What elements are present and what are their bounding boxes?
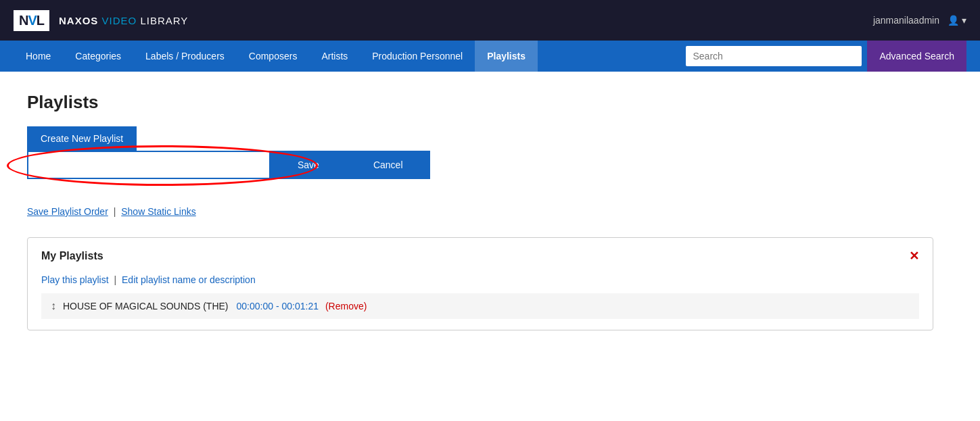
close-my-playlists-icon[interactable]: ✕ [909, 249, 919, 264]
user-avatar-icon: 👤 [948, 15, 959, 26]
header-left: NVL NAXOS VIDEO LIBRARY [14, 10, 188, 31]
link-separator: | [114, 206, 116, 217]
username: janmanilaadmin [873, 15, 939, 26]
advanced-search-button[interactable]: Advanced Search [867, 41, 966, 72]
edit-playlist-link[interactable]: Edit playlist name or description [122, 274, 256, 285]
user-menu[interactable]: 👤 ▾ [948, 15, 966, 26]
nav-playlists[interactable]: Playlists [475, 41, 538, 72]
logo-highlight: V [28, 13, 36, 28]
cancel-playlist-button[interactable]: Cancel [346, 151, 430, 179]
nav-production-personnel[interactable]: Production Personnel [360, 41, 475, 72]
show-static-links-link[interactable]: Show Static Links [121, 206, 196, 217]
action-separator: | [114, 274, 116, 285]
save-playlist-order-link[interactable]: Save Playlist Order [27, 206, 108, 217]
save-playlist-button[interactable]: Save [271, 151, 346, 179]
remove-track-link[interactable]: (Remove) [325, 301, 367, 312]
playlist-name-input[interactable] [27, 151, 271, 179]
search-input[interactable] [686, 46, 862, 66]
playlist-actions: Play this playlist | Edit playlist name … [41, 274, 919, 285]
nav-categories[interactable]: Categories [63, 41, 133, 72]
my-playlists-title: My Playlists [41, 250, 103, 262]
site-name: NAXOS VIDEO LIBRARY [59, 15, 188, 26]
nav-search-area: Advanced Search [686, 41, 966, 72]
drag-handle-icon[interactable]: ↕ [51, 300, 56, 312]
nav-artists[interactable]: Artists [309, 41, 360, 72]
page-title: Playlists [27, 92, 953, 113]
track-time: 00:00:00 - 00:01:21 [237, 301, 319, 312]
playlist-links-row: Save Playlist Order | Show Static Links [27, 206, 953, 217]
dropdown-chevron-icon: ▾ [962, 15, 966, 26]
track-name: HOUSE OF MAGICAL SOUNDS (THE) [63, 301, 229, 312]
nav-labels-producers[interactable]: Labels / Producers [133, 41, 237, 72]
create-new-playlist-button[interactable]: Create New Playlist [27, 126, 137, 151]
header-right: janmanilaadmin 👤 ▾ [873, 15, 966, 26]
new-playlist-form-row: Save Cancel [27, 151, 953, 179]
my-playlists-header: My Playlists ✕ [41, 249, 919, 264]
navbar: Home Categories Labels / Producers Compo… [0, 41, 980, 72]
logo: NVL [14, 10, 49, 31]
header: NVL NAXOS VIDEO LIBRARY janmanilaadmin 👤… [0, 0, 980, 41]
main-content: Playlists Create New Playlist Save Cance… [0, 72, 980, 351]
my-playlists-box: My Playlists ✕ Play this playlist | Edit… [27, 237, 933, 330]
playlist-track: ↕ HOUSE OF MAGICAL SOUNDS (THE) 00:00:00… [41, 293, 919, 319]
play-playlist-link[interactable]: Play this playlist [41, 274, 109, 285]
nav-composers[interactable]: Composers [237, 41, 310, 72]
nav-home[interactable]: Home [14, 41, 63, 72]
